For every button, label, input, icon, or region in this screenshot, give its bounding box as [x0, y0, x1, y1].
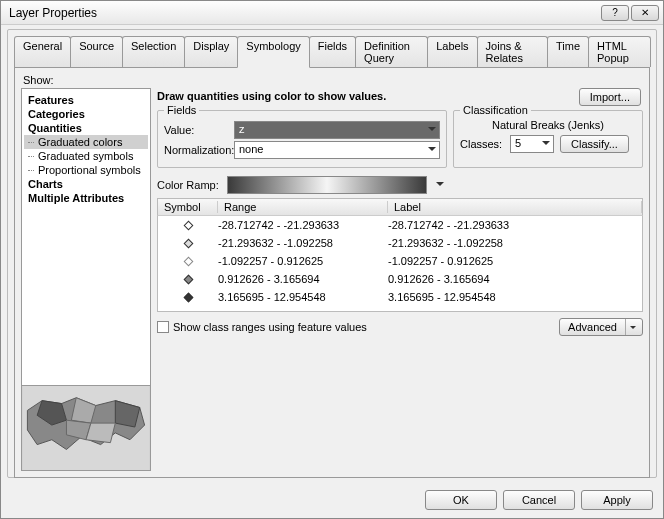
tab-symbology[interactable]: Symbology — [237, 36, 309, 68]
symbology-panel: Show: Features Categories Quantities Gra… — [14, 67, 650, 478]
normalization-combo[interactable]: none — [234, 141, 440, 159]
value-combo-text: z — [239, 123, 245, 135]
show-label: Show: — [23, 74, 643, 86]
show-ranges-checkbox[interactable] — [157, 321, 169, 333]
label-cell[interactable]: -28.712742 - -21.293633 — [388, 219, 642, 231]
header-label[interactable]: Label — [388, 201, 642, 213]
layer-properties-dialog: Layer Properties ? ✕ General Source Sele… — [0, 0, 664, 519]
classes-combo[interactable]: 5 — [510, 135, 554, 153]
class-list[interactable]: -28.712742 - -21.293633 -28.712742 - -21… — [157, 216, 643, 312]
tab-definition-query[interactable]: Definition Query — [355, 36, 428, 67]
apply-button[interactable]: Apply — [581, 490, 653, 510]
tree-features[interactable]: Features — [24, 93, 148, 107]
titlebar: Layer Properties ? ✕ — [1, 1, 663, 25]
symbol-swatch[interactable] — [158, 219, 218, 231]
label-cell[interactable]: -21.293632 - -1.092258 — [388, 237, 642, 249]
symbol-swatch[interactable] — [158, 291, 218, 303]
import-button[interactable]: Import... — [579, 88, 641, 106]
cancel-button[interactable]: Cancel — [503, 490, 575, 510]
tab-fields[interactable]: Fields — [309, 36, 356, 67]
classification-group: Classification Natural Breaks (Jenks) Cl… — [453, 110, 643, 168]
advanced-button[interactable]: Advanced — [559, 318, 643, 336]
tab-selection[interactable]: Selection — [122, 36, 185, 67]
advanced-button-label: Advanced — [560, 319, 625, 335]
tree-proportional-symbols[interactable]: Proportional symbols — [24, 163, 148, 177]
tab-strip: General Source Selection Display Symbolo… — [8, 30, 656, 67]
classes-combo-text: 5 — [515, 137, 521, 149]
symbol-swatch[interactable] — [158, 237, 218, 249]
tree-categories[interactable]: Categories — [24, 107, 148, 121]
header-symbol[interactable]: Symbol — [158, 201, 218, 213]
fields-group: Fields Value: z Normalization: none — [157, 110, 447, 168]
dialog-content: General Source Selection Display Symbolo… — [7, 29, 657, 478]
label-cell[interactable]: 0.912626 - 3.165694 — [388, 273, 642, 285]
tab-html-popup[interactable]: HTML Popup — [588, 36, 651, 67]
window-title: Layer Properties — [9, 6, 599, 20]
value-label: Value: — [164, 124, 234, 136]
tab-source[interactable]: Source — [70, 36, 123, 67]
symbol-swatch[interactable] — [158, 273, 218, 285]
tab-labels[interactable]: Labels — [427, 36, 477, 67]
tab-time[interactable]: Time — [547, 36, 589, 67]
map-preview — [21, 385, 151, 471]
classify-button[interactable]: Classify... — [560, 135, 629, 153]
close-button[interactable]: ✕ — [631, 5, 659, 21]
range-cell[interactable]: 3.165695 - 12.954548 — [218, 291, 388, 303]
list-item[interactable]: -1.092257 - 0.912625 -1.092257 - 0.91262… — [158, 252, 642, 270]
normalization-combo-text: none — [239, 143, 263, 155]
range-cell[interactable]: 0.912626 - 3.165694 — [218, 273, 388, 285]
chevron-down-icon[interactable] — [625, 319, 642, 335]
ok-button[interactable]: OK — [425, 490, 497, 510]
value-combo[interactable]: z — [234, 121, 440, 139]
tree-multiple-attributes[interactable]: Multiple Attributes — [24, 191, 148, 205]
range-cell[interactable]: -1.092257 - 0.912625 — [218, 255, 388, 267]
classification-method: Natural Breaks (Jenks) — [460, 119, 636, 131]
list-item[interactable]: 0.912626 - 3.165694 0.912626 - 3.165694 — [158, 270, 642, 288]
range-cell[interactable]: -21.293632 - -1.092258 — [218, 237, 388, 249]
help-button[interactable]: ? — [601, 5, 629, 21]
tab-general[interactable]: General — [14, 36, 71, 67]
tree-charts[interactable]: Charts — [24, 177, 148, 191]
label-cell[interactable]: 3.165695 - 12.954548 — [388, 291, 642, 303]
normalization-label: Normalization: — [164, 144, 234, 156]
label-cell[interactable]: -1.092257 - 0.912625 — [388, 255, 642, 267]
color-ramp-combo[interactable] — [227, 176, 427, 194]
classification-legend: Classification — [460, 104, 531, 116]
color-ramp-label: Color Ramp: — [157, 179, 227, 191]
settings-pane: Draw quantities using color to show valu… — [157, 88, 643, 469]
tree-graduated-symbols[interactable]: Graduated symbols — [24, 149, 148, 163]
list-item[interactable]: -21.293632 - -1.092258 -21.293632 - -1.0… — [158, 234, 642, 252]
fields-legend: Fields — [164, 104, 199, 116]
range-cell[interactable]: -28.712742 - -21.293633 — [218, 219, 388, 231]
symbol-swatch[interactable] — [158, 255, 218, 267]
classes-label: Classes: — [460, 138, 510, 150]
list-item[interactable]: -28.712742 - -21.293633 -28.712742 - -21… — [158, 216, 642, 234]
pane-heading: Draw quantities using color to show valu… — [157, 90, 643, 102]
tree-quantities[interactable]: Quantities — [24, 121, 148, 135]
tab-display[interactable]: Display — [184, 36, 238, 67]
tab-joins-relates[interactable]: Joins & Relates — [477, 36, 548, 67]
list-item[interactable]: 3.165695 - 12.954548 3.165695 - 12.95454… — [158, 288, 642, 306]
tree-graduated-colors[interactable]: Graduated colors — [24, 135, 148, 149]
header-range[interactable]: Range — [218, 201, 388, 213]
show-ranges-label: Show class ranges using feature values — [173, 321, 367, 333]
class-list-header: Symbol Range Label — [157, 198, 643, 216]
dialog-buttons: OK Cancel Apply — [425, 490, 653, 510]
